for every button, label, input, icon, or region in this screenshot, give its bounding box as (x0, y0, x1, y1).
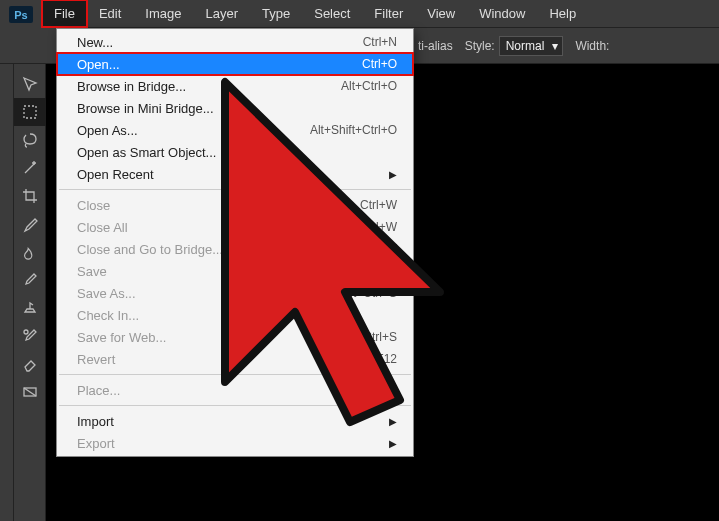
menu-item-close-all: Close AllAlt+Ctrl+W (57, 216, 413, 238)
app-logo: Ps (0, 0, 42, 28)
menu-item-shortcut: Alt+Shift+Ctrl+S (311, 330, 397, 344)
menu-item-label: Place... (77, 383, 120, 398)
menu-layer[interactable]: Layer (194, 0, 251, 27)
brush-tool[interactable] (14, 266, 46, 294)
menu-item-label: Open... (77, 57, 120, 72)
submenu-arrow-icon: ▶ (389, 169, 397, 180)
menu-item-save: SaveCtrl+S (57, 260, 413, 282)
width-label: Width: (575, 39, 609, 53)
menu-item-check-in: Check In... (57, 304, 413, 326)
marquee-tool[interactable] (14, 98, 46, 126)
menu-file[interactable]: File (42, 0, 87, 27)
move-tool[interactable] (14, 70, 46, 98)
menu-item-shortcut: Ctrl+W (360, 198, 397, 212)
style-label: Style: (465, 39, 495, 53)
menu-item-shortcut: Ctrl+N (363, 35, 397, 49)
crop-tool[interactable] (14, 182, 46, 210)
menu-item-label: Close and Go to Bridge... (77, 242, 223, 257)
menu-item-place: Place... (57, 379, 413, 401)
gradient-tool[interactable] (14, 378, 46, 406)
menu-item-open-as[interactable]: Open As...Alt+Shift+Ctrl+O (57, 119, 413, 141)
menu-item-label: Save (77, 264, 107, 279)
menu-separator (59, 374, 411, 375)
svg-point-3 (24, 330, 28, 334)
healing-brush-tool[interactable] (14, 238, 46, 266)
menu-item-label: Revert (77, 352, 115, 367)
menu-separator (59, 189, 411, 190)
menu-item-label: Browse in Mini Bridge... (77, 101, 214, 116)
menu-item-close: CloseCtrl+W (57, 194, 413, 216)
menu-item-browse-in-bridge[interactable]: Browse in Bridge...Alt+Ctrl+O (57, 75, 413, 97)
history-brush-tool[interactable] (14, 322, 46, 350)
menu-item-label: Open Recent (77, 167, 154, 182)
menu-item-open-recent[interactable]: Open Recent▶ (57, 163, 413, 185)
menu-item-open-as-smart-object[interactable]: Open as Smart Object... (57, 141, 413, 163)
menu-item-shortcut: Alt+Ctrl+O (341, 79, 397, 93)
menu-item-save-for-web: Save for Web...Alt+Shift+Ctrl+S (57, 326, 413, 348)
menu-item-label: Save As... (77, 286, 136, 301)
svg-rect-2 (24, 106, 36, 118)
menu-item-label: Export (77, 436, 115, 451)
eraser-tool[interactable] (14, 350, 46, 378)
submenu-arrow-icon: ▶ (389, 438, 397, 449)
menu-item-label: Close All (77, 220, 128, 235)
style-select[interactable]: Normal (499, 36, 564, 56)
menu-view[interactable]: View (415, 0, 467, 27)
menu-item-shortcut: Shift+Ctrl+S (332, 286, 397, 300)
clone-stamp-tool[interactable] (14, 294, 46, 322)
left-strip (0, 64, 14, 521)
menu-item-label: Open As... (77, 123, 138, 138)
menu-type[interactable]: Type (250, 0, 302, 27)
menu-item-label: New... (77, 35, 113, 50)
menu-item-save-as: Save As...Shift+Ctrl+S (57, 282, 413, 304)
menu-item-label: Browse in Bridge... (77, 79, 186, 94)
magic-wand-tool[interactable] (14, 154, 46, 182)
menu-separator (59, 405, 411, 406)
menu-item-close-and-go-to-bridge: Close and Go to Bridge...Shift+Ctrl+W (57, 238, 413, 260)
menu-image[interactable]: Image (133, 0, 193, 27)
menu-item-label: Save for Web... (77, 330, 166, 345)
tools-panel (14, 64, 46, 521)
eyedropper-tool[interactable] (14, 210, 46, 238)
menubar: FileEditImageLayerTypeSelectFilterViewWi… (42, 0, 588, 27)
menu-item-label: Close (77, 198, 110, 213)
menu-item-revert: RevertF12 (57, 348, 413, 370)
file-menu-dropdown: New...Ctrl+NOpen...Ctrl+OBrowse in Bridg… (56, 28, 414, 457)
menu-item-export: Export▶ (57, 432, 413, 454)
menu-item-shortcut: Ctrl+S (363, 264, 397, 278)
menu-item-open[interactable]: Open...Ctrl+O (57, 53, 413, 75)
lasso-tool[interactable] (14, 126, 46, 154)
menu-item-label: Open as Smart Object... (77, 145, 216, 160)
menu-item-browse-in-mini-bridge[interactable]: Browse in Mini Bridge... (57, 97, 413, 119)
menu-item-shortcut: Shift+Ctrl+W (329, 242, 397, 256)
menu-edit[interactable]: Edit (87, 0, 133, 27)
menu-filter[interactable]: Filter (362, 0, 415, 27)
menu-item-shortcut: Alt+Ctrl+W (339, 220, 397, 234)
menu-item-shortcut: Alt+Shift+Ctrl+O (310, 123, 397, 137)
menu-item-new[interactable]: New...Ctrl+N (57, 31, 413, 53)
submenu-arrow-icon: ▶ (389, 416, 397, 427)
antialias-label: ti-alias (418, 39, 453, 53)
svg-text:Ps: Ps (14, 9, 27, 21)
menu-help[interactable]: Help (537, 0, 588, 27)
menu-item-label: Check In... (77, 308, 139, 323)
menu-item-shortcut: Ctrl+O (362, 57, 397, 71)
menu-window[interactable]: Window (467, 0, 537, 27)
menu-item-shortcut: F12 (376, 352, 397, 366)
menu-item-import[interactable]: Import▶ (57, 410, 413, 432)
menu-item-label: Import (77, 414, 114, 429)
menu-select[interactable]: Select (302, 0, 362, 27)
